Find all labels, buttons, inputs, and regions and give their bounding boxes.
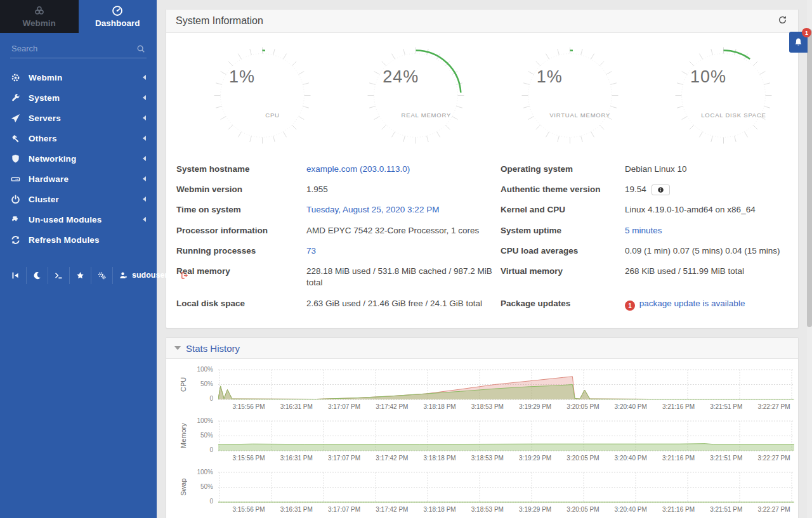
search-icon[interactable] (136, 44, 145, 53)
info-value: 268 KiB used / 511.99 MiB total (625, 261, 788, 293)
sidebar-item-system[interactable]: System (0, 87, 157, 108)
sidebar-item-servers[interactable]: Servers (0, 108, 157, 128)
stats-charts: CPU100%50%0 3:15:56 PM3:16:31 PM3:17:07 … (166, 359, 798, 518)
sidebar-tabs: Webmin Dashboard (0, 0, 157, 33)
gauge-label: VIRTUAL MEMORY (539, 112, 621, 119)
sidebar-nav: WebminSystemServersOthersNetworkingHardw… (0, 67, 157, 250)
sidebar-item-label: System (29, 93, 60, 103)
info-label: System hostname (176, 159, 301, 179)
logout-button[interactable] (174, 267, 195, 284)
sidebar-item-label: Un-used Modules (29, 215, 102, 224)
info-value: 1.955 (306, 179, 495, 200)
info-label: CPU load averages (501, 241, 620, 261)
y-tick-label: 0 (209, 498, 213, 505)
x-tick-label: 3:15:56 PM (232, 403, 265, 410)
tab-webmin-label: Webmin (23, 18, 56, 28)
x-tick-label: 3:18:53 PM (471, 455, 504, 462)
theme-info-button[interactable] (652, 185, 670, 195)
user-button[interactable]: sudouser (113, 266, 174, 284)
gauge-label: LOCAL DISK SPACE (693, 112, 775, 119)
tab-dashboard-label: Dashboard (95, 18, 140, 28)
info-value[interactable]: Tuesday, August 25, 2020 3:22 PM (306, 200, 495, 220)
chart-x-axis: 3:15:56 PM3:16:31 PM3:17:07 PM3:17:42 PM… (223, 401, 799, 411)
sidebar-item-cluster[interactable]: Cluster (0, 189, 157, 209)
notifications-button[interactable]: 1 (789, 32, 808, 53)
chevron-left-icon (140, 217, 146, 222)
signout-icon (181, 271, 189, 280)
chevron-left-icon (140, 75, 146, 80)
power-icon (11, 195, 20, 204)
night-mode-button[interactable] (27, 267, 48, 284)
scrollbar-track[interactable] (807, 0, 812, 518)
paper-plane-icon (11, 113, 20, 123)
x-tick-label: 3:18:53 PM (471, 506, 504, 513)
chevron-left-icon (140, 95, 146, 100)
info-value: 2.63 GiB used / 21.46 GiB free / 24.1 Gi… (306, 294, 495, 316)
y-tick-label: 100% (197, 366, 213, 373)
info-label: Virtual memory (501, 261, 620, 293)
sidebar-item-label: Webmin (29, 73, 62, 82)
dashboard-icon (112, 5, 123, 16)
moon-icon (33, 271, 41, 280)
gear-icon (11, 73, 20, 82)
x-tick-label: 3:20:05 PM (566, 506, 599, 513)
x-tick-label: 3:21:51 PM (710, 506, 742, 513)
info-label: Local disk space (176, 294, 301, 316)
chevron-down-icon (174, 346, 181, 353)
sidebar-item-refresh-modules[interactable]: Refresh Modules (0, 230, 157, 250)
chart-svg (218, 470, 794, 503)
refresh-button[interactable] (776, 14, 789, 28)
collapse-sidebar-button[interactable] (5, 267, 27, 284)
chevron-left-icon (140, 136, 146, 141)
notification-count-badge: 1 (802, 28, 811, 37)
memory-history-chart: Memory100%50%0 3:15:56 PM3:16:31 PM3:17:… (175, 419, 794, 462)
sidebar-item-un-used-modules[interactable]: Un-used Modules (0, 209, 157, 230)
info-value[interactable]: 1 package update is available (625, 294, 788, 316)
terminal-button[interactable] (48, 267, 70, 284)
search-input[interactable] (11, 44, 136, 53)
x-tick-label: 3:19:29 PM (519, 506, 551, 513)
sidebar-toolbar: sudouser (5, 266, 152, 284)
chart-y-axis: 100%50%0 (192, 368, 218, 401)
scrollbar-thumb[interactable] (807, 29, 812, 327)
favorites-button[interactable] (70, 267, 91, 284)
sidebar-item-webmin[interactable]: Webmin (0, 67, 157, 87)
sidebar-item-label: Refresh Modules (29, 235, 100, 245)
hdd-icon (11, 174, 20, 184)
sidebar-item-others[interactable]: Others (0, 128, 157, 148)
x-tick-label: 3:19:29 PM (519, 455, 551, 462)
y-tick-label: 100% (197, 469, 213, 476)
terminal-icon (55, 271, 63, 280)
system-information-header: System Information (166, 10, 798, 33)
chart-axis-title: Memory (175, 419, 192, 452)
info-label: Authentic theme version (501, 179, 620, 200)
x-tick-label: 3:20:40 PM (615, 455, 647, 462)
local-disk-gauge: 10% LOCAL DISK SPACE (671, 43, 776, 148)
sidebar-item-hardware[interactable]: Hardware (0, 169, 157, 189)
settings-button[interactable] (91, 267, 113, 284)
gauge-label: CPU (232, 112, 313, 119)
cpu-gauge: 1% CPU (210, 43, 315, 148)
chart-svg (218, 368, 794, 401)
user-icon (119, 271, 128, 280)
info-icon (657, 186, 664, 193)
info-value[interactable]: 73 (306, 241, 495, 261)
info-value[interactable]: example.com (203.0.113.0) (306, 159, 495, 179)
x-tick-label: 3:16:31 PM (280, 506, 313, 513)
info-label: Operating system (501, 159, 620, 179)
puzzle-icon (11, 215, 20, 224)
y-tick-label: 50% (200, 432, 213, 439)
sidebar-search (10, 41, 147, 58)
stats-history-header[interactable]: Stats History (166, 338, 798, 359)
x-tick-label: 3:18:18 PM (424, 455, 456, 462)
sidebar-item-networking[interactable]: Networking (0, 148, 157, 169)
tab-webmin[interactable]: Webmin (0, 0, 79, 33)
info-value[interactable]: 5 minutes (625, 221, 788, 241)
chevron-left-icon (140, 197, 146, 202)
sync-icon (11, 235, 20, 245)
x-tick-label: 3:17:42 PM (376, 455, 408, 462)
gauge-percent: 1% (537, 67, 563, 87)
tab-dashboard[interactable]: Dashboard (79, 0, 157, 33)
x-tick-label: 3:20:40 PM (615, 506, 647, 513)
info-value: AMD EPYC 7542 32-Core Processor, 1 cores (306, 221, 495, 241)
